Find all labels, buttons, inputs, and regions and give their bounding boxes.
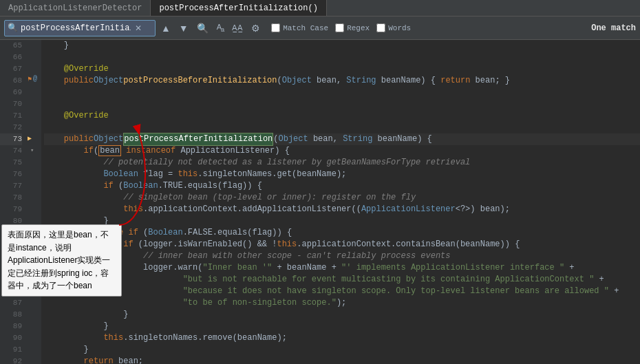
close-case-button[interactable]: A̲A̲ bbox=[229, 22, 246, 34]
code-line-83: // inner bean with other scope - can't r… bbox=[44, 250, 640, 262]
line-num-88: 88 bbox=[0, 309, 22, 321]
code-line-69 bbox=[44, 87, 640, 98]
line-num-65: 65 bbox=[0, 40, 22, 52]
code-area[interactable]: } @Override public Object postProcessBef… bbox=[41, 40, 640, 364]
code-line-76: Boolean flag = this.singletonNames.get(b… bbox=[44, 169, 640, 180]
code-line-89: } bbox=[44, 321, 640, 332]
code-line-68: public Object postProcessBeforeInitializ… bbox=[44, 75, 640, 87]
match-result: One match bbox=[591, 23, 636, 33]
code-line-71: @Override bbox=[44, 110, 640, 122]
current-line-indicator: ▶ bbox=[28, 133, 32, 143]
line-num-72: 72 bbox=[0, 122, 22, 133]
annotation-box: 表面原因，这里是bean，不是instance，说明ApplicationLis… bbox=[1, 224, 122, 297]
code-line-73: public Object postProcessAfterInitializa… bbox=[44, 133, 640, 145]
settings-button[interactable]: ⚙ bbox=[248, 21, 263, 35]
tab-application-listener-detector[interactable]: ApplicationListenerDetector bbox=[0, 0, 151, 16]
code-line-78: // singleton bean (top-level or inner): … bbox=[44, 192, 640, 204]
line-numbers: 65 66 67 68 69 70 71 72 73 74 75 76 77 7… bbox=[0, 40, 26, 364]
clear-search-button[interactable]: ✕ bbox=[134, 23, 143, 33]
code-line-81: else if (Boolean.FALSE.equals(flag)) { bbox=[44, 227, 640, 239]
search-input[interactable] bbox=[21, 23, 131, 33]
match-words-aa-button[interactable]: Aa bbox=[214, 21, 226, 34]
line-num-90: 90 bbox=[0, 332, 22, 344]
code-line-79: this.applicationContext.addApplicationLi… bbox=[44, 204, 640, 215]
code-line-80: } bbox=[44, 215, 640, 227]
line-num-73: 73 bbox=[0, 133, 22, 145]
match-case-option[interactable]: Match Case bbox=[271, 23, 328, 32]
bp-gutter: ⚑ @ ▶ ▾ bbox=[26, 40, 41, 364]
fold-icon-74[interactable]: ▾ bbox=[30, 145, 34, 155]
code-line-84: logger.warn("Inner bean '" + beanName + … bbox=[44, 262, 640, 274]
line-num-69: 69 bbox=[0, 87, 22, 98]
code-line-87: "to be of non-singleton scope."); bbox=[44, 297, 640, 309]
tab-bar: ApplicationListenerDetector postProcessA… bbox=[0, 0, 640, 17]
match-case-checkbox[interactable] bbox=[271, 23, 280, 32]
search-bar: 🔍 ✕ ▲ ▼ 🔍 Aa A̲A̲ ⚙ Match Case Regex Wor… bbox=[0, 17, 640, 40]
find-prev-button[interactable]: ▲ bbox=[158, 21, 173, 35]
line-num-66: 66 bbox=[0, 52, 22, 63]
code-line-70 bbox=[44, 98, 640, 110]
code-line-85: "but is not reachable for event multicas… bbox=[44, 274, 640, 286]
code-line-90: this.singletonNames.remove(beanName); bbox=[44, 332, 640, 344]
code-line-65: } bbox=[44, 40, 640, 52]
line-num-91: 91 bbox=[0, 344, 22, 356]
line-num-68: 68 bbox=[0, 75, 22, 87]
line-num-77: 77 bbox=[0, 180, 22, 192]
code-line-72 bbox=[44, 122, 640, 133]
code-line-86: "because it does not have singleton scop… bbox=[44, 286, 640, 297]
regex-option[interactable]: Regex bbox=[335, 23, 370, 32]
line-num-92: 92 bbox=[0, 356, 22, 364]
tab-post-process[interactable]: postProcessAfterInitialization() bbox=[151, 0, 326, 16]
code-line-67: @Override bbox=[44, 63, 640, 75]
line-num-74: 74 bbox=[0, 145, 22, 157]
words-option[interactable]: Words bbox=[376, 23, 411, 32]
editor-container: 65 66 67 68 69 70 71 72 73 74 75 76 77 7… bbox=[0, 40, 640, 364]
line-num-78: 78 bbox=[0, 192, 22, 204]
code-line-92: return bean; bbox=[44, 356, 640, 364]
line-num-75: 75 bbox=[0, 157, 22, 169]
line-num-76: 76 bbox=[0, 169, 22, 180]
line-num-79: 79 bbox=[0, 204, 22, 215]
code-line-77: if (Boolean.TRUE.equals(flag)) { bbox=[44, 180, 640, 192]
words-checkbox[interactable] bbox=[376, 23, 385, 32]
code-line-66 bbox=[44, 52, 640, 63]
line-num-71: 71 bbox=[0, 110, 22, 122]
line-num-89: 89 bbox=[0, 321, 22, 332]
code-line-75: // potentially not detected as a listene… bbox=[44, 157, 640, 169]
code-line-88: } bbox=[44, 309, 640, 321]
code-line-82: if (logger.isWarnEnabled() && !this.appl… bbox=[44, 239, 640, 250]
find-in-file-button[interactable]: 🔍 bbox=[194, 21, 211, 35]
code-line-74: if (bean instanceof ApplicationListener)… bbox=[44, 145, 640, 157]
code-line-91: } bbox=[44, 344, 640, 356]
line-num-67: 67 bbox=[0, 63, 22, 75]
regex-checkbox[interactable] bbox=[335, 23, 344, 32]
search-options: Match Case Regex Words bbox=[271, 23, 411, 32]
at-icon: @ bbox=[33, 75, 37, 83]
search-match-highlight: postProcessAfterInitialization bbox=[123, 133, 273, 146]
search-input-wrapper: 🔍 ✕ bbox=[4, 20, 156, 36]
line-num-70: 70 bbox=[0, 98, 22, 110]
search-icon: 🔍 bbox=[8, 23, 18, 33]
bookmark-icon: ⚑ bbox=[28, 75, 32, 83]
find-next-button[interactable]: ▼ bbox=[176, 21, 191, 35]
bookmark-line68: ⚑ @ bbox=[28, 75, 37, 83]
line-num-87: 87 bbox=[0, 297, 22, 309]
